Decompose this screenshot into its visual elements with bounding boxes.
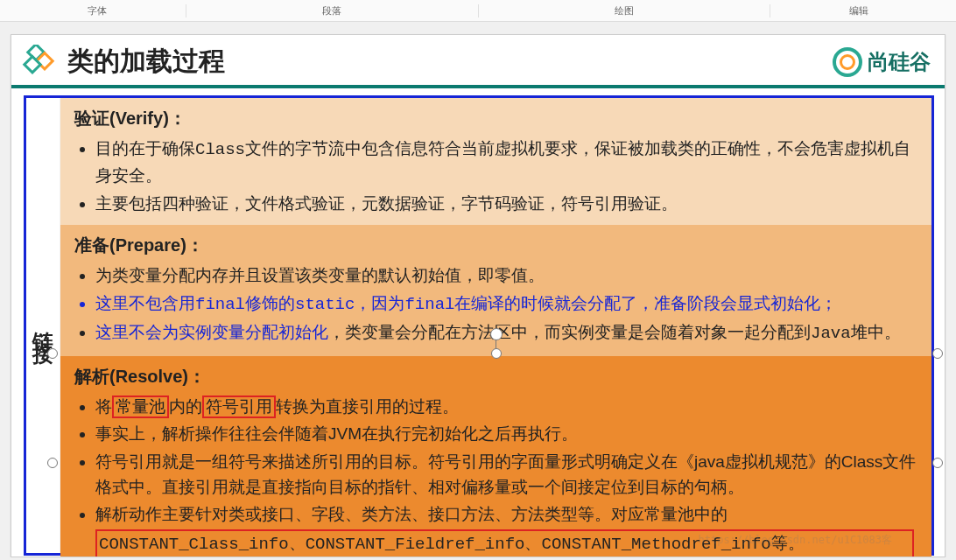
content-frame: 链接 验证(Verify)： 目的在于确保Class文件的字节流中包含信息符合当… — [24, 95, 934, 556]
sections: 验证(Verify)： 目的在于确保Class文件的字节流中包含信息符合当前虚拟… — [60, 98, 931, 553]
toolbar-label: 字体 — [88, 4, 107, 18]
resize-handle-icon[interactable] — [932, 458, 943, 468]
resize-handle-icon[interactable] — [932, 348, 943, 359]
prepare-bullet: 为类变量分配内存并且设置该类变量的默认初始值，即零值。 — [95, 262, 919, 288]
brand-text: 尚硅谷 — [868, 48, 931, 76]
verify-bullet: 主要包括四种验证，文件格式验证，元数据验证，字节码验证，符号引用验证。 — [95, 191, 919, 216]
resolve-bullet: 符号引用就是一组符号来描述所引用的目标。符号引用的字面量形式明确定义在《java… — [95, 449, 919, 500]
section-resolve[interactable]: 解析(Resolve)： 将常量池内的符号引用转换为直接引用的过程。 事实上，解… — [60, 356, 931, 557]
verify-heading: 验证(Verify)： — [74, 105, 919, 132]
toolbar-label: 绘图 — [615, 4, 634, 18]
brand: 尚硅谷 — [833, 47, 931, 77]
highlight-box: 符号引用 — [202, 396, 276, 419]
resolve-bullet: 将常量池内的符号引用转换为直接引用的过程。 — [95, 394, 919, 419]
ribbon-toolbar: 字体 段落 绘图 编辑 — [0, 0, 956, 22]
toolbar-label: 段落 — [322, 4, 341, 18]
brand-icon — [833, 47, 862, 77]
resolve-heading: 解析(Resolve)： — [74, 363, 919, 390]
prepare-heading: 准备(Prepare)： — [74, 232, 919, 259]
prepare-bullet: 这里不包含用final修饰的static，因为final在编译的时候就会分配了，… — [95, 290, 919, 318]
verify-bullet: 目的在于确保Class文件的字节流中包含信息符合当前虚拟机要求，保证被加载类的正… — [95, 136, 919, 189]
toolbar-group[interactable]: 段落 — [186, 4, 478, 18]
slide-title: 类的加载过程 — [67, 44, 225, 80]
highlight-box: CONSTANT_Class_info、CONSTANT_Fieldref_in… — [95, 529, 914, 557]
logo-icon — [22, 45, 57, 80]
slide: 类的加载过程 尚硅谷 链接 验证(Verify)： 目的在于确保Class文件的… — [11, 34, 945, 557]
section-prepare: 准备(Prepare)： 为类变量分配内存并且设置该类变量的默认初始值，即零值。… — [60, 225, 931, 355]
side-label: 链接 — [26, 98, 60, 553]
slide-title-bar: 类的加载过程 尚硅谷 — [11, 35, 945, 88]
resolve-bullet: 解析动作主要针对类或接口、字段、类方法、接口方法、方法类型等。对应常量池中的 C… — [95, 501, 919, 557]
prepare-bullet: 这里不会为实例变量分配初始化，类变量会分配在方法区中，而实例变量是会随着对象一起… — [95, 319, 919, 346]
toolbar-label: 编辑 — [849, 4, 868, 18]
toolbar-group[interactable]: 字体 — [9, 4, 186, 18]
resolve-bullet: 事实上，解析操作往往会伴随着JVM在执行完初始化之后再执行。 — [95, 421, 919, 446]
highlight-box: 常量池 — [112, 396, 169, 419]
toolbar-group[interactable]: 绘图 — [479, 4, 770, 18]
toolbar-group[interactable]: 编辑 — [770, 4, 947, 18]
section-verify: 验证(Verify)： 目的在于确保Class文件的字节流中包含信息符合当前虚拟… — [60, 98, 931, 225]
